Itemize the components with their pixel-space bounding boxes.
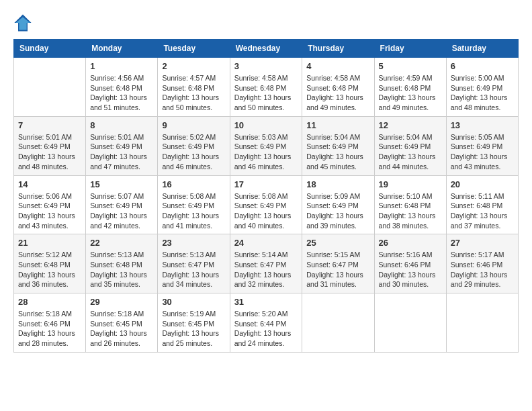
day-number: 14 xyxy=(18,179,81,189)
day-number: 10 xyxy=(234,120,298,130)
svg-marker-1 xyxy=(16,17,30,30)
calendar-cell: 31Sunrise: 5:20 AMSunset: 6:44 PMDayligh… xyxy=(230,293,302,353)
day-number: 20 xyxy=(451,179,514,189)
day-info: Sunrise: 5:05 AMSunset: 6:49 PMDaylight:… xyxy=(451,132,514,172)
day-info: Sunrise: 5:19 AMSunset: 6:45 PMDaylight:… xyxy=(162,309,225,349)
calendar-cell: 7Sunrise: 5:01 AMSunset: 6:49 PMDaylight… xyxy=(14,116,86,175)
day-info: Sunrise: 5:09 AMSunset: 6:49 PMDaylight:… xyxy=(306,191,369,231)
day-info: Sunrise: 5:18 AMSunset: 6:45 PMDaylight:… xyxy=(90,309,153,349)
day-info: Sunrise: 5:18 AMSunset: 6:46 PMDaylight:… xyxy=(18,309,81,349)
calendar-cell: 30Sunrise: 5:19 AMSunset: 6:45 PMDayligh… xyxy=(158,293,230,353)
calendar-cell xyxy=(374,293,446,353)
calendar-cell: 2Sunrise: 4:57 AMSunset: 6:48 PMDaylight… xyxy=(158,58,230,117)
calendar-week-row: 21Sunrise: 5:12 AMSunset: 6:48 PMDayligh… xyxy=(14,234,519,293)
day-number: 3 xyxy=(234,61,298,71)
calendar-cell xyxy=(302,293,374,353)
day-number: 18 xyxy=(306,179,369,189)
calendar-cell: 22Sunrise: 5:13 AMSunset: 6:48 PMDayligh… xyxy=(86,234,158,293)
calendar-cell: 4Sunrise: 4:58 AMSunset: 6:48 PMDaylight… xyxy=(302,58,374,117)
logo-icon xyxy=(13,13,32,32)
day-info: Sunrise: 5:06 AMSunset: 6:49 PMDaylight:… xyxy=(18,191,81,231)
day-number: 27 xyxy=(451,238,514,248)
calendar-week-row: 28Sunrise: 5:18 AMSunset: 6:46 PMDayligh… xyxy=(14,293,519,353)
day-info: Sunrise: 5:16 AMSunset: 6:46 PMDaylight:… xyxy=(379,250,442,289)
calendar-cell: 29Sunrise: 5:18 AMSunset: 6:45 PMDayligh… xyxy=(86,293,158,353)
day-number: 24 xyxy=(234,238,298,248)
calendar-cell: 14Sunrise: 5:06 AMSunset: 6:49 PMDayligh… xyxy=(14,175,86,234)
day-number: 1 xyxy=(90,61,153,71)
calendar-week-row: 7Sunrise: 5:01 AMSunset: 6:49 PMDaylight… xyxy=(14,116,519,175)
calendar-cell: 17Sunrise: 5:08 AMSunset: 6:49 PMDayligh… xyxy=(230,175,302,234)
page-header xyxy=(13,13,519,32)
day-number: 19 xyxy=(379,179,442,189)
day-info: Sunrise: 4:59 AMSunset: 6:48 PMDaylight:… xyxy=(379,73,442,113)
day-of-week-header: Friday xyxy=(374,40,446,58)
day-of-week-header: Saturday xyxy=(446,40,518,58)
calendar-cell: 16Sunrise: 5:08 AMSunset: 6:49 PMDayligh… xyxy=(158,175,230,234)
day-number: 15 xyxy=(90,179,153,189)
day-number: 30 xyxy=(162,297,225,307)
day-number: 13 xyxy=(451,120,514,130)
day-number: 16 xyxy=(162,179,225,189)
calendar-table: SundayMondayTuesdayWednesdayThursdayFrid… xyxy=(13,39,519,353)
calendar-week-row: 14Sunrise: 5:06 AMSunset: 6:49 PMDayligh… xyxy=(14,175,519,234)
day-number: 17 xyxy=(234,179,298,189)
day-number: 7 xyxy=(18,120,81,130)
day-number: 4 xyxy=(306,61,369,71)
calendar-cell xyxy=(14,58,86,117)
day-number: 29 xyxy=(90,297,153,307)
day-number: 31 xyxy=(234,297,298,307)
calendar-cell: 19Sunrise: 5:10 AMSunset: 6:48 PMDayligh… xyxy=(374,175,446,234)
calendar-cell: 24Sunrise: 5:14 AMSunset: 6:47 PMDayligh… xyxy=(230,234,302,293)
day-number: 22 xyxy=(90,238,153,248)
calendar-cell: 20Sunrise: 5:11 AMSunset: 6:48 PMDayligh… xyxy=(446,175,518,234)
day-number: 5 xyxy=(379,61,442,71)
day-info: Sunrise: 4:56 AMSunset: 6:48 PMDaylight:… xyxy=(90,73,153,113)
day-info: Sunrise: 5:01 AMSunset: 6:49 PMDaylight:… xyxy=(90,132,153,172)
day-info: Sunrise: 4:58 AMSunset: 6:48 PMDaylight:… xyxy=(234,73,298,113)
day-number: 21 xyxy=(18,238,81,248)
day-number: 8 xyxy=(90,120,153,130)
day-number: 26 xyxy=(379,238,442,248)
calendar-cell: 25Sunrise: 5:15 AMSunset: 6:47 PMDayligh… xyxy=(302,234,374,293)
day-info: Sunrise: 5:10 AMSunset: 6:48 PMDaylight:… xyxy=(379,191,442,231)
day-info: Sunrise: 5:13 AMSunset: 6:47 PMDaylight:… xyxy=(162,250,225,289)
day-info: Sunrise: 4:57 AMSunset: 6:48 PMDaylight:… xyxy=(162,73,225,113)
calendar-cell: 9Sunrise: 5:02 AMSunset: 6:49 PMDaylight… xyxy=(158,116,230,175)
calendar-cell: 26Sunrise: 5:16 AMSunset: 6:46 PMDayligh… xyxy=(374,234,446,293)
day-info: Sunrise: 5:14 AMSunset: 6:47 PMDaylight:… xyxy=(234,250,298,289)
calendar-header-row: SundayMondayTuesdayWednesdayThursdayFrid… xyxy=(14,40,519,58)
day-info: Sunrise: 5:12 AMSunset: 6:48 PMDaylight:… xyxy=(18,250,81,289)
day-of-week-header: Thursday xyxy=(302,40,374,58)
day-info: Sunrise: 5:04 AMSunset: 6:49 PMDaylight:… xyxy=(306,132,369,172)
calendar-cell: 3Sunrise: 4:58 AMSunset: 6:48 PMDaylight… xyxy=(230,58,302,117)
day-of-week-header: Wednesday xyxy=(230,40,302,58)
day-number: 11 xyxy=(306,120,369,130)
day-info: Sunrise: 4:58 AMSunset: 6:48 PMDaylight:… xyxy=(306,73,369,113)
calendar-cell: 21Sunrise: 5:12 AMSunset: 6:48 PMDayligh… xyxy=(14,234,86,293)
calendar-cell: 11Sunrise: 5:04 AMSunset: 6:49 PMDayligh… xyxy=(302,116,374,175)
day-info: Sunrise: 5:00 AMSunset: 6:49 PMDaylight:… xyxy=(451,73,514,113)
day-info: Sunrise: 5:13 AMSunset: 6:48 PMDaylight:… xyxy=(90,250,153,289)
calendar-cell: 8Sunrise: 5:01 AMSunset: 6:49 PMDaylight… xyxy=(86,116,158,175)
day-number: 23 xyxy=(162,238,225,248)
day-of-week-header: Monday xyxy=(86,40,158,58)
day-info: Sunrise: 5:11 AMSunset: 6:48 PMDaylight:… xyxy=(451,191,514,231)
calendar-cell xyxy=(446,293,518,353)
day-number: 25 xyxy=(306,238,369,248)
calendar-cell: 23Sunrise: 5:13 AMSunset: 6:47 PMDayligh… xyxy=(158,234,230,293)
calendar-cell: 18Sunrise: 5:09 AMSunset: 6:49 PMDayligh… xyxy=(302,175,374,234)
calendar-cell: 28Sunrise: 5:18 AMSunset: 6:46 PMDayligh… xyxy=(14,293,86,353)
calendar-cell: 1Sunrise: 4:56 AMSunset: 6:48 PMDaylight… xyxy=(86,58,158,117)
calendar-cell: 15Sunrise: 5:07 AMSunset: 6:49 PMDayligh… xyxy=(86,175,158,234)
day-info: Sunrise: 5:02 AMSunset: 6:49 PMDaylight:… xyxy=(162,132,225,172)
day-info: Sunrise: 5:01 AMSunset: 6:49 PMDaylight:… xyxy=(18,132,81,172)
calendar-cell: 27Sunrise: 5:17 AMSunset: 6:46 PMDayligh… xyxy=(446,234,518,293)
day-info: Sunrise: 5:08 AMSunset: 6:49 PMDaylight:… xyxy=(162,191,225,231)
day-info: Sunrise: 5:07 AMSunset: 6:49 PMDaylight:… xyxy=(90,191,153,231)
calendar-cell: 5Sunrise: 4:59 AMSunset: 6:48 PMDaylight… xyxy=(374,58,446,117)
calendar-cell: 12Sunrise: 5:04 AMSunset: 6:49 PMDayligh… xyxy=(374,116,446,175)
day-number: 12 xyxy=(379,120,442,130)
day-info: Sunrise: 5:04 AMSunset: 6:49 PMDaylight:… xyxy=(379,132,442,172)
day-number: 9 xyxy=(162,120,225,130)
